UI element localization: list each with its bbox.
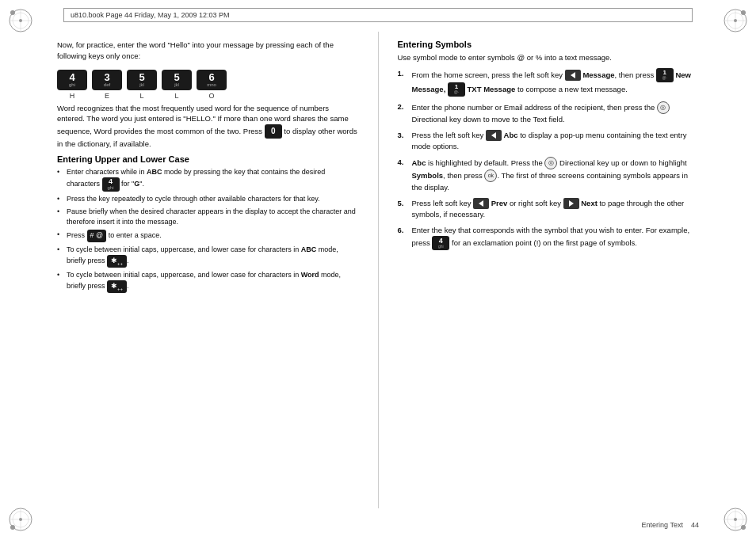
key-item-4: 4 ghi H — [57, 70, 87, 100]
key-button-4ghi: 4 ghi — [57, 70, 87, 90]
intro-paragraph: Now, for practice, enter the word "Hello… — [57, 40, 359, 62]
svg-point-10 — [734, 19, 737, 22]
key-1at-msg: 1@· — [656, 68, 674, 82]
svg-point-17 — [10, 525, 15, 530]
bullet-item-3: Pause briefly when the desired character… — [57, 207, 359, 227]
key-1at-txt: 1@· — [448, 82, 465, 97]
footer-text: Entering Text — [642, 521, 683, 529]
step-num-1: 1. — [398, 68, 404, 79]
svg-point-22 — [734, 518, 737, 521]
key-4ghi-symbol: 4ghi — [432, 236, 449, 250]
step-1: 1. From the home screen, press the left … — [398, 68, 700, 97]
svg-point-5 — [10, 10, 15, 15]
left-column: Now, for practice, enter the word "Hello… — [57, 32, 359, 508]
key-letter-l1: L — [139, 92, 143, 100]
key-letter-o: O — [208, 92, 214, 100]
corner-decor-br — [721, 505, 750, 534]
key-button-5jkl-b: 5 jkl — [162, 70, 192, 90]
key-sub: jkl — [174, 82, 179, 87]
key-letter-h: H — [70, 92, 75, 100]
key-sub: ghi — [69, 82, 75, 87]
ok-key: ok — [484, 169, 497, 182]
key-num: 5 — [139, 72, 144, 82]
key-num: 5 — [174, 72, 179, 82]
key-sub: mno — [207, 82, 216, 87]
page-footer: Entering Text 44 — [57, 521, 699, 529]
step-2: 2. Enter the phone number or Email addre… — [398, 101, 700, 125]
key-letter-e: E — [105, 92, 109, 100]
dir-key-updown: ◎ — [544, 157, 557, 169]
key-star-shift-word: ✱++ — [107, 280, 127, 293]
key-num: 3 — [104, 72, 109, 82]
bullet-item-6: To cycle between initial caps, uppercase… — [57, 270, 359, 293]
softkey-left-icon — [565, 70, 581, 81]
softkey-next — [563, 198, 579, 209]
footer-page: 44 — [691, 521, 699, 529]
numbered-steps: 1. From the home screen, press the left … — [398, 68, 700, 250]
svg-point-11 — [741, 10, 746, 15]
key-star-shift-abc: ✱++ — [107, 255, 127, 268]
page-container: u810.book Page 44 Friday, May 1, 2009 12… — [0, 0, 756, 540]
corner-decor-bl — [6, 505, 35, 534]
key-button-6mno: 6 mno — [197, 70, 227, 90]
svg-point-16 — [19, 518, 22, 521]
key-0-inline: 0 — [265, 124, 282, 139]
corner-decor-tr — [721, 6, 750, 35]
key-4ghi-inline: 4ghi — [102, 177, 120, 192]
softkey-prev — [473, 198, 489, 209]
key-button-3def: 3 def — [92, 70, 122, 90]
step-num-2: 2. — [398, 101, 404, 112]
dir-key-down: ◎ — [657, 101, 670, 114]
key-letter-l2: L — [174, 92, 178, 100]
bullet-list: Enter characters while in ABC mode by pr… — [57, 167, 359, 293]
svg-point-4 — [19, 19, 22, 22]
key-num: 6 — [208, 72, 214, 82]
step-5: 5. Press left soft key Prev or right sof… — [398, 198, 700, 220]
content-area: Now, for practice, enter the word "Hello… — [57, 32, 699, 508]
bullet-item-2: Press the key repeatedly to cycle throug… — [57, 194, 359, 204]
key-button-5jkl-a: 5 jkl — [127, 70, 157, 90]
key-item-5a: 5 jkl L — [127, 70, 157, 100]
book-info-bar: u810.book Page 44 Friday, May 1, 2009 12… — [63, 8, 693, 22]
bullet-item-4: Press # @ to enter a space. — [57, 230, 359, 242]
bullet-item-1: Enter characters while in ABC mode by pr… — [57, 167, 359, 192]
step-4: 4. Abc is highlighted by default. Press … — [398, 157, 700, 193]
key-item-5b: 5 jkl L — [162, 70, 192, 100]
softkey-left-abc — [486, 130, 502, 141]
section-symbols-title: Entering Symbols — [398, 40, 700, 49]
step-num-3: 3. — [398, 130, 404, 141]
key-sub: def — [104, 82, 110, 87]
key-row: 4 ghi H 3 def E 5 jkl — [57, 70, 359, 100]
key-item-6: 6 mno O — [197, 70, 227, 100]
step-num-5: 5. — [398, 198, 404, 209]
key-sub: jkl — [139, 82, 144, 87]
step-num-4: 4. — [398, 157, 404, 168]
step-num-6: 6. — [398, 225, 404, 236]
bullet-item-5: To cycle between initial caps, uppercase… — [57, 245, 359, 268]
key-num: 4 — [69, 72, 74, 82]
key-pound-inline: # @ — [87, 230, 107, 242]
book-info-text: u810.book Page 44 Friday, May 1, 2009 12… — [71, 11, 229, 19]
symbols-intro: Use symbol mode to enter symbols @ or % … — [398, 52, 700, 63]
svg-point-23 — [741, 525, 746, 530]
step-3: 3. Press the left soft key Abc to displa… — [398, 130, 700, 152]
column-divider — [378, 32, 379, 508]
section-upper-lower-title: Entering Upper and Lower Case — [57, 154, 359, 164]
step-6: 6. Enter the key that corresponds with t… — [398, 225, 700, 250]
key-item-3: 3 def E — [92, 70, 122, 100]
right-column: Entering Symbols Use symbol mode to ente… — [398, 32, 700, 508]
word-recognition-paragraph: Word recognizes that the most frequently… — [57, 103, 359, 150]
corner-decor-tl — [6, 6, 35, 35]
